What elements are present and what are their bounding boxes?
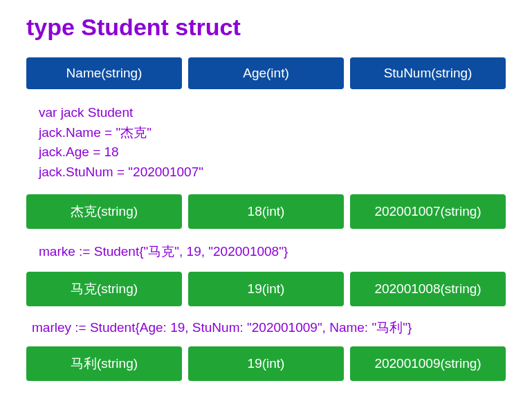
- code-line: jack.StuNum = "202001007": [39, 162, 493, 183]
- cell-stunum: 202001007(string): [350, 194, 506, 229]
- struct-header-row: Name(string) Age(int) StuNum(string): [26, 57, 506, 89]
- cell-age: 19(int): [188, 272, 344, 306]
- data-row-marley: 马利(string) 19(int) 202001009(string): [26, 346, 506, 381]
- data-row-marke: 马克(string) 19(int) 202001008(string): [26, 272, 506, 306]
- header-stunum-col: StuNum(string): [350, 57, 506, 89]
- cell-name: 马克(string): [26, 272, 182, 306]
- code-line: var jack Student: [39, 103, 493, 123]
- code-block-jack: var jack Student jack.Name = "杰克" jack.A…: [26, 96, 506, 189]
- code-line: jack.Age = 18: [39, 142, 493, 162]
- cell-name: 马利(string): [26, 346, 182, 381]
- cell-name: 杰克(string): [26, 194, 182, 229]
- cell-age: 18(int): [188, 194, 344, 229]
- struct-title: type Student struct: [26, 14, 506, 41]
- code-line-marke: marke := Student{"马克", 19, "202001008"}: [26, 236, 506, 268]
- cell-age: 19(int): [188, 346, 344, 381]
- header-name-col: Name(string): [26, 57, 182, 89]
- cell-stunum: 202001008(string): [350, 272, 506, 306]
- code-line: jack.Name = "杰克": [39, 123, 493, 143]
- header-age-col: Age(int): [188, 57, 344, 89]
- code-line-marley: marley := Student{Age: 19, StuNum: "2020…: [26, 313, 506, 342]
- cell-stunum: 202001009(string): [350, 346, 506, 381]
- data-row-jack: 杰克(string) 18(int) 202001007(string): [26, 194, 506, 229]
